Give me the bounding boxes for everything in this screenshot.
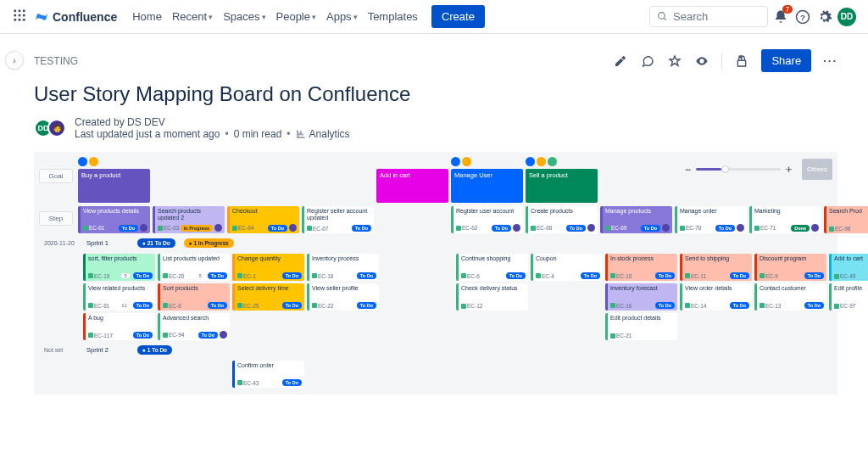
- svg-point-3: [14, 14, 16, 17]
- help-icon[interactable]: ?: [793, 8, 812, 26]
- story-card[interactable]: Continue shoppingEC-6To Do: [456, 254, 528, 281]
- breadcrumb[interactable]: TESTING: [34, 55, 78, 67]
- create-button[interactable]: Create: [431, 5, 485, 28]
- story-card[interactable]: Sort productsEC-8To Do: [158, 283, 230, 311]
- story-card[interactable]: Create productsEC-68To Do: [526, 206, 598, 233]
- divider: [721, 53, 722, 70]
- share-button[interactable]: Share: [761, 49, 811, 72]
- more-actions-icon[interactable]: ···: [823, 54, 837, 67]
- notification-count: 7: [782, 5, 793, 14]
- nav-spaces[interactable]: Spaces▾: [218, 7, 270, 26]
- svg-point-1: [19, 9, 21, 12]
- story-card[interactable]: MarketingEC-71Done: [749, 206, 821, 233]
- svg-point-0: [14, 9, 16, 12]
- goal-card[interactable]: Manage User: [451, 169, 523, 203]
- story-card[interactable]: Contact customerEC-13To Do: [754, 283, 826, 311]
- story-card[interactable]: Search products updated 2EC-63In Progres…: [153, 206, 225, 233]
- sprint-date: Not set: [44, 347, 78, 353]
- svg-point-6: [14, 19, 16, 21]
- user-avatar[interactable]: DD: [837, 8, 856, 26]
- nav-home[interactable]: Home: [127, 7, 167, 26]
- svg-text:?: ?: [800, 12, 805, 21]
- svg-point-5: [23, 14, 25, 17]
- zoom-slider[interactable]: [696, 168, 781, 171]
- search-input[interactable]: Search: [649, 6, 768, 27]
- comment-icon[interactable]: [640, 53, 655, 69]
- story-card[interactable]: List products updatedEC-205To Do: [158, 254, 230, 281]
- story-card[interactable]: View products detailsEC-61To Do: [78, 206, 150, 233]
- story-card[interactable]: Register user accountEC-62To Do: [451, 206, 523, 233]
- story-card[interactable]: Select delivery timeEC-25To Do: [232, 283, 304, 311]
- story-map-board: − + Others Goal Buy a productAdd in cart…: [34, 152, 837, 395]
- nav-templates[interactable]: Templates: [363, 7, 423, 26]
- app-switcher-icon[interactable]: [12, 8, 27, 25]
- watch-icon[interactable]: [694, 53, 709, 69]
- story-card[interactable]: CouponEC-4To Do: [531, 254, 603, 281]
- page-title: User Story Mapping Board on Confluence: [34, 82, 837, 106]
- story-card[interactable]: View related productsEC-8111To Do: [83, 283, 155, 311]
- read-time: 0 min read: [234, 128, 282, 140]
- story-card[interactable]: Discount programEC-9To Do: [754, 254, 826, 281]
- others-column[interactable]: Others: [802, 159, 832, 180]
- story-card[interactable]: Register seller account updatedEC-67To D…: [302, 206, 374, 233]
- story-card[interactable]: Search ProdEC-98: [824, 206, 868, 233]
- sprint-date: 2020-11-20: [44, 240, 78, 246]
- story-card[interactable]: Manage orderEC-70To Do: [675, 206, 747, 233]
- story-card[interactable]: CheckoutEC-64To Do: [227, 206, 299, 233]
- expand-sidebar-handle[interactable]: ›: [5, 51, 24, 70]
- goal-card[interactable]: Sell a product: [526, 169, 598, 203]
- svg-point-7: [19, 19, 21, 21]
- story-card[interactable]: Manage productsEC-69To Do: [600, 206, 672, 233]
- sprint-name: Sprint 1: [86, 239, 129, 247]
- notifications-icon[interactable]: 7: [771, 8, 790, 26]
- top-nav: Confluence HomeRecent▾Spaces▾People▾Apps…: [0, 0, 868, 34]
- story-card[interactable]: Inventory forecastEC-16To Do: [605, 283, 677, 311]
- story-card[interactable]: Advanced searchEC-94To Do: [158, 313, 230, 340]
- story-card[interactable]: Change quantityEC-1To Do: [232, 254, 304, 281]
- star-icon[interactable]: [667, 53, 682, 69]
- confluence-logo[interactable]: Confluence: [34, 9, 117, 25]
- story-card[interactable]: Add to cartEC-49: [829, 254, 868, 281]
- sprint-name: Sprint 2: [86, 346, 129, 354]
- goal-card[interactable]: Buy a product: [78, 169, 150, 203]
- svg-point-4: [19, 14, 21, 17]
- nav-apps[interactable]: Apps▾: [321, 7, 363, 26]
- story-card[interactable]: In-stock processEC-10To Do: [605, 254, 677, 281]
- product-name: Confluence: [53, 10, 117, 24]
- author-avatar[interactable]: 🧑: [47, 119, 66, 137]
- nav-recent[interactable]: Recent▾: [167, 7, 218, 26]
- settings-icon[interactable]: [815, 8, 834, 26]
- svg-point-8: [23, 19, 25, 21]
- story-card[interactable]: View order detailsEC-14To Do: [680, 283, 752, 311]
- goal-card[interactable]: Add in cart: [376, 169, 448, 203]
- story-card[interactable]: sort, filter productsEC-195To Do: [83, 254, 155, 281]
- restrictions-icon[interactable]: [734, 53, 749, 69]
- zoom-in-button[interactable]: +: [786, 164, 792, 176]
- sprint-status-pill: ● 1 To Do: [137, 345, 172, 355]
- story-card[interactable]: A bugEC-117To Do: [83, 313, 155, 340]
- goal-row-label: Goal: [39, 169, 73, 183]
- story-card[interactable]: Edit product detailsEC-21: [605, 313, 677, 340]
- analytics-link[interactable]: Analytics: [296, 128, 350, 140]
- story-card[interactable]: Edit profileEC-97: [829, 283, 868, 311]
- page-meta: DD 🧑 Created by DS DEV Last updated just…: [34, 116, 837, 140]
- sprint-status-pill: ● 1 In Progress: [184, 238, 234, 248]
- story-card[interactable]: Check delivery statusEC-12: [456, 283, 528, 311]
- zoom-out-button[interactable]: −: [685, 164, 691, 176]
- sprint-status-pill: ● 21 To Do: [137, 238, 175, 248]
- story-card[interactable]: View seller profileEC-22To Do: [307, 283, 379, 311]
- step-row-label: Step: [39, 211, 73, 226]
- story-card[interactable]: Confirm orderEC-43To Do: [232, 361, 304, 388]
- nav-people[interactable]: People▾: [271, 7, 321, 26]
- search-placeholder: Search: [673, 10, 708, 23]
- story-card[interactable]: Inventory processEC-18To Do: [307, 254, 379, 281]
- svg-point-2: [23, 9, 25, 12]
- edit-icon[interactable]: [613, 53, 628, 69]
- byline: Last updated just a moment ago: [75, 128, 220, 140]
- story-card[interactable]: Send to shippingEC-11To Do: [680, 254, 752, 281]
- author-line: Created by DS DEV: [75, 116, 350, 128]
